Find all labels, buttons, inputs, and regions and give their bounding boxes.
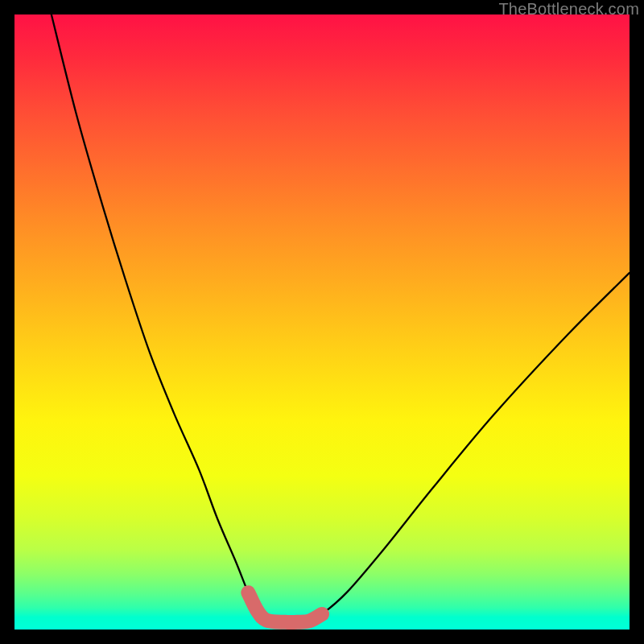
curve-layer: [14, 14, 630, 630]
optimal-range-highlight: [248, 592, 322, 622]
outer-frame: TheBottleneck.com: [0, 0, 644, 644]
plot-area: [14, 14, 630, 630]
bottleneck-curve: [52, 14, 630, 622]
